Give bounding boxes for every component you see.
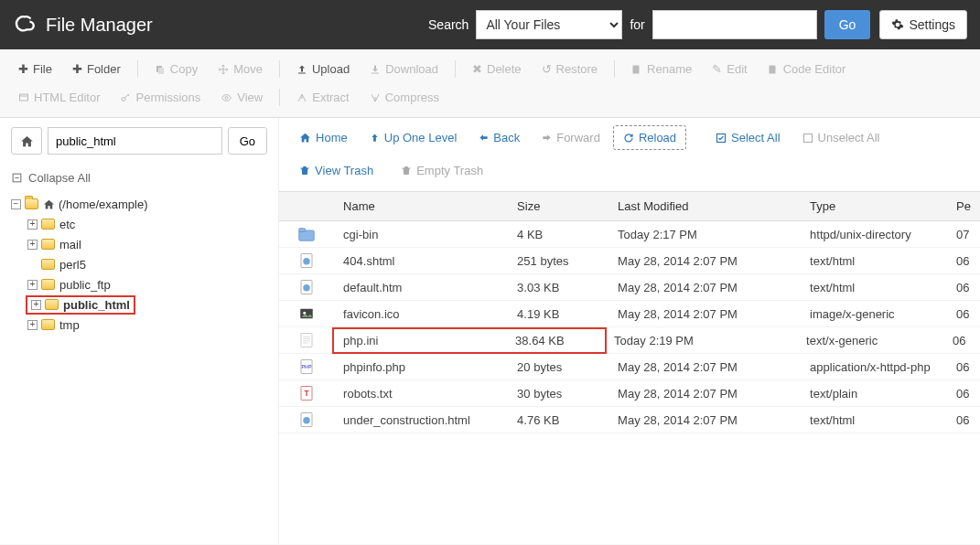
table-row[interactable]: under_construction.html 4.76 KB May 28, … <box>279 407 980 433</box>
col-modified[interactable]: Last Modified <box>608 192 801 220</box>
col-type[interactable]: Type <box>801 192 947 220</box>
download-button[interactable]: Download <box>361 57 447 81</box>
compress-icon <box>370 92 381 103</box>
col-icon[interactable] <box>279 192 334 220</box>
table-row[interactable]: T robots.txt 30 bytes May 28, 2014 2:07 … <box>279 380 980 407</box>
col-name[interactable]: Name <box>334 192 508 220</box>
tree-item[interactable]: + public_html <box>27 294 267 315</box>
search-go-button[interactable]: Go <box>824 10 871 39</box>
file-type: text/x-generic <box>797 334 943 347</box>
nav-forward-button[interactable]: Forward <box>533 126 609 149</box>
tree-item[interactable]: + mail <box>27 234 267 254</box>
tree-toggle-icon[interactable]: + <box>27 240 38 250</box>
folder-icon <box>41 219 55 230</box>
new-folder-button[interactable]: ✚Folder <box>63 57 130 81</box>
pencil-icon: ✎ <box>712 62 722 76</box>
path-go-button[interactable]: Go <box>228 127 267 155</box>
file-size: 251 bytes <box>508 254 608 268</box>
settings-label: Settings <box>909 17 955 32</box>
delete-button[interactable]: ✖Delete <box>463 57 531 81</box>
permissions-button[interactable]: Permissions <box>111 85 210 110</box>
file-name: under_construction.html <box>334 413 508 427</box>
col-perm[interactable]: Pe <box>947 192 980 220</box>
svg-point-15 <box>303 284 310 292</box>
upload-button[interactable]: Upload <box>287 57 359 81</box>
tree-toggle-icon[interactable]: + <box>31 300 41 310</box>
file-modified: Today 2:17 PM <box>608 228 801 241</box>
svg-rect-1 <box>158 68 164 74</box>
move-button[interactable]: Move <box>209 57 272 81</box>
table-row[interactable]: php.ini 38.64 KB Today 2:19 PM text/x-ge… <box>279 327 980 354</box>
file-perm: 06 <box>947 281 980 294</box>
col-size[interactable]: Size <box>508 192 608 220</box>
empty-trash-button[interactable]: Empty Trash <box>392 159 492 182</box>
collapse-all-button[interactable]: Collapse All <box>11 171 267 185</box>
tree-item[interactable]: perl5 <box>27 254 267 274</box>
file-perm: 07 <box>947 228 980 241</box>
file-name: phpinfo.php <box>334 360 508 374</box>
grid-body: cgi-bin 4 KB Today 2:17 PM httpd/unix-di… <box>279 221 980 433</box>
code-editor-button[interactable]: Code Editor <box>759 57 856 81</box>
svg-rect-2 <box>633 65 640 73</box>
file-name: 404.shtml <box>334 254 508 268</box>
html-editor-icon <box>18 92 29 103</box>
tree-root[interactable]: − (/home/example) <box>11 194 267 214</box>
nav-up-button[interactable]: Up One Level <box>361 126 467 149</box>
search-input[interactable] <box>652 10 817 39</box>
nav-reload-button[interactable]: Reload <box>613 125 686 150</box>
select-all-button[interactable]: Select All <box>706 126 789 149</box>
tree-toggle-icon[interactable]: + <box>27 280 38 290</box>
tree-item[interactable]: + etc <box>27 214 267 234</box>
rename-button[interactable]: Rename <box>622 57 701 81</box>
path-input[interactable] <box>48 127 222 155</box>
upload-icon <box>296 64 307 75</box>
tree-item-label: public_html <box>63 298 130 312</box>
file-size: 3.03 KB <box>508 281 608 294</box>
home-button[interactable] <box>11 127 42 155</box>
file-perm: 06 <box>947 387 980 401</box>
table-row[interactable]: cgi-bin 4 KB Today 2:17 PM httpd/unix-di… <box>279 221 980 248</box>
table-row[interactable]: PHP phpinfo.php 20 bytes May 28, 2014 2:… <box>279 354 980 380</box>
unselect-all-button[interactable]: Unselect All <box>793 126 889 149</box>
file-size: 4 KB <box>508 228 608 241</box>
tree-toggle-icon[interactable]: + <box>27 320 38 330</box>
search-scope-select[interactable]: All Your Files <box>476 10 622 39</box>
plus-icon: ✚ <box>18 62 28 76</box>
settings-button[interactable]: Settings <box>879 10 967 39</box>
table-row[interactable]: default.htm 3.03 KB May 28, 2014 2:07 PM… <box>279 274 980 301</box>
gear-icon <box>891 18 904 31</box>
file-perm: 06 <box>947 360 980 374</box>
folder-icon <box>41 319 55 330</box>
tree-item[interactable]: + public_ftp <box>27 274 267 294</box>
compress-button[interactable]: Compress <box>361 85 448 110</box>
html-editor-button[interactable]: HTML Editor <box>9 85 109 110</box>
file-icon <box>279 252 334 269</box>
tree-toggle-icon[interactable]: − <box>11 199 21 209</box>
folder-icon <box>41 279 55 290</box>
copy-button[interactable]: Copy <box>145 57 207 81</box>
view-button[interactable]: View <box>211 85 272 110</box>
svg-point-6 <box>225 96 228 99</box>
collapse-icon <box>11 172 23 184</box>
cpanel-logo-icon <box>13 13 37 37</box>
table-row[interactable]: favicon.ico 4.19 KB May 28, 2014 2:07 PM… <box>279 301 980 327</box>
nav-back-button[interactable]: Back <box>469 126 529 149</box>
file-icon <box>279 228 334 241</box>
restore-button[interactable]: ↺Restore <box>533 57 608 81</box>
tree-toggle-icon[interactable]: + <box>27 219 38 230</box>
file-type: text/html <box>801 281 947 294</box>
table-row[interactable]: 404.shtml 251 bytes May 28, 2014 2:07 PM… <box>279 248 980 274</box>
delete-icon: ✖ <box>472 62 482 76</box>
file-type: httpd/unix-directory <box>801 228 947 241</box>
trash-icon <box>401 165 412 176</box>
new-file-button[interactable]: ✚File <box>9 57 61 81</box>
nav-home-button[interactable]: Home <box>290 126 357 149</box>
file-name: default.htm <box>334 281 508 294</box>
svg-point-13 <box>303 258 310 265</box>
folder-open-icon <box>25 198 38 209</box>
tree-item[interactable]: + tmp <box>27 315 267 335</box>
view-trash-button[interactable]: View Trash <box>290 159 382 182</box>
extract-button[interactable]: Extract <box>287 85 358 110</box>
grid-header: Name Size Last Modified Type Pe <box>279 191 980 221</box>
edit-button[interactable]: ✎Edit <box>703 57 756 81</box>
